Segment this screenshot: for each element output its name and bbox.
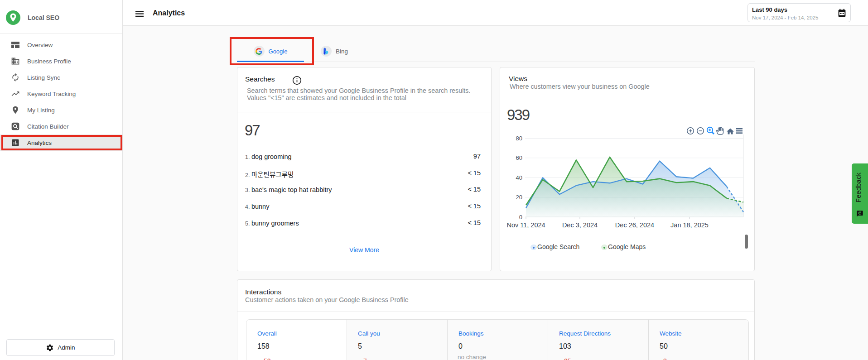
svg-text:Dec 26, 2024: Dec 26, 2024 — [615, 221, 654, 229]
svg-text:80: 80 — [516, 135, 522, 142]
svg-text:40: 40 — [516, 174, 522, 181]
svg-text:Nov 11, 2024: Nov 11, 2024 — [506, 221, 545, 229]
svg-text:60: 60 — [516, 154, 522, 161]
svg-text:0: 0 — [519, 214, 522, 221]
svg-text:Dec 3, 2024: Dec 3, 2024 — [562, 221, 598, 229]
svg-text:20: 20 — [516, 194, 522, 201]
svg-text:Jan 18, 2025: Jan 18, 2025 — [670, 221, 709, 229]
